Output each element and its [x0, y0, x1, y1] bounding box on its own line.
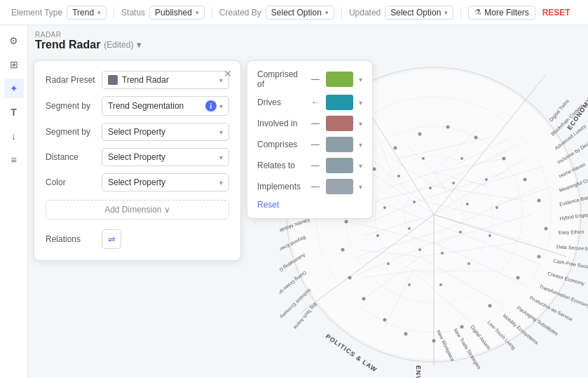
- trend-filter[interactable]: Trend ▾: [67, 6, 107, 20]
- comprised-of-chevron-icon[interactable]: ▾: [359, 76, 362, 83]
- radar-section-label: RADAR: [35, 31, 141, 39]
- involved-in-color[interactable]: [326, 116, 353, 131]
- drives-row: Drives ← ▾: [257, 95, 362, 110]
- list-icon[interactable]: ≡: [4, 150, 24, 170]
- relations-filter-icon: ⇌: [108, 234, 116, 245]
- comprises-label: Comprises: [257, 140, 305, 149]
- svg-point-84: [452, 182, 455, 184]
- relates-to-arrow: —: [310, 161, 320, 170]
- svg-point-85: [466, 203, 469, 205]
- svg-point-68: [373, 168, 376, 171]
- svg-point-72: [460, 157, 463, 160]
- comprises-row: Comprises — ▾: [257, 137, 362, 152]
- radar-title-chevron-icon[interactable]: ▾: [137, 40, 141, 50]
- segment-by-select-1[interactable]: Trend Segmentation i ▾: [102, 96, 229, 116]
- updated-value: Select Option: [390, 8, 441, 18]
- distance-chevron-icon: ▾: [219, 154, 223, 161]
- svg-point-60: [432, 339, 436, 343]
- status-value: Published: [155, 8, 192, 18]
- element-type-label: Element Type: [11, 8, 62, 18]
- created-by-filter[interactable]: Select Option ▾: [266, 6, 334, 20]
- svg-point-76: [467, 262, 470, 265]
- radar-preset-select[interactable]: Trend Radar ▾: [102, 71, 229, 89]
- comprises-chevron-icon[interactable]: ▾: [359, 141, 362, 149]
- separator2: [212, 7, 212, 18]
- implements-label: Implements: [257, 182, 305, 191]
- layers-icon[interactable]: ⊞: [4, 55, 24, 74]
- separator4: [460, 7, 461, 18]
- created-by-chevron-icon: ▾: [325, 9, 329, 16]
- relations-reset-link[interactable]: Reset: [257, 200, 362, 210]
- comprised-of-row: Comprised of — ▾: [257, 69, 362, 89]
- svg-point-51: [474, 136, 478, 140]
- svg-point-62: [383, 318, 387, 322]
- distance-row: Distance Select Property ▾: [46, 148, 229, 166]
- implements-chevron-icon[interactable]: ▾: [359, 183, 362, 191]
- radar-label-area: RADAR Trend Radar (Edited) ▾: [35, 31, 141, 51]
- svg-point-78: [408, 283, 411, 286]
- color-select[interactable]: Select Property ▾: [102, 173, 229, 191]
- trend-value: Trend: [72, 8, 94, 18]
- status-chevron-icon: ▾: [196, 9, 199, 16]
- distance-select[interactable]: Select Property ▾: [102, 148, 229, 166]
- info-icon: i: [205, 100, 217, 112]
- radar-preset-chevron-icon: ▾: [219, 76, 223, 84]
- relations-row: Relations ⇌: [46, 229, 229, 249]
- created-by-label: Created By: [219, 8, 261, 18]
- download-icon[interactable]: ↓: [4, 126, 24, 146]
- svg-point-79: [387, 262, 390, 265]
- filter-icon: ⚗: [474, 8, 481, 17]
- relates-to-color[interactable]: [326, 158, 353, 173]
- status-filter[interactable]: Published ▾: [149, 6, 205, 20]
- svg-point-87: [441, 252, 444, 255]
- color-value: Select Property: [108, 177, 165, 187]
- segment-by-label-2: Segment by: [46, 127, 96, 137]
- segment-by-select-2[interactable]: Select Property ▾: [102, 123, 229, 141]
- svg-point-53: [524, 178, 527, 182]
- implements-color[interactable]: [326, 179, 353, 194]
- cursor-icon[interactable]: ✦: [4, 79, 24, 98]
- more-filters-button[interactable]: ⚗ More Filters: [468, 6, 535, 20]
- svg-point-89: [408, 227, 411, 230]
- radar-title-text: Trend Radar: [35, 39, 100, 51]
- svg-point-52: [502, 157, 506, 161]
- add-dimension-button[interactable]: Add Dimension ∨: [46, 200, 229, 220]
- radar-edited-label: (Edited): [104, 40, 133, 50]
- relates-to-row: Relates to — ▾: [257, 158, 362, 173]
- relates-to-chevron-icon[interactable]: ▾: [359, 162, 362, 170]
- updated-chevron-icon: ▾: [444, 9, 448, 16]
- comprised-of-color[interactable]: [326, 72, 353, 87]
- svg-point-81: [383, 206, 386, 209]
- comprises-arrow: —: [310, 140, 320, 149]
- svg-point-59: [460, 325, 464, 329]
- svg-point-75: [488, 234, 491, 237]
- comprises-color[interactable]: [326, 137, 353, 152]
- svg-point-66: [345, 220, 348, 224]
- drives-color[interactable]: [326, 95, 353, 110]
- svg-point-57: [517, 276, 520, 280]
- svg-point-65: [341, 248, 345, 252]
- reset-button[interactable]: RESET: [540, 6, 573, 19]
- settings-icon[interactable]: ⚙: [4, 31, 24, 50]
- relations-filter-button[interactable]: ⇌: [102, 229, 121, 249]
- comprised-of-label: Comprised of: [257, 69, 305, 89]
- svg-point-71: [446, 126, 450, 129]
- panel-close-button[interactable]: ✕: [224, 68, 232, 79]
- implements-arrow: —: [310, 182, 320, 191]
- distance-label: Distance: [46, 152, 96, 162]
- segment-by-label-1: Segment by: [46, 101, 96, 111]
- svg-point-83: [422, 157, 425, 160]
- involved-in-label: Involved in: [257, 119, 305, 128]
- text-icon[interactable]: T: [4, 102, 24, 122]
- toolbar: Element Type Trend ▾ Status Published ▾ …: [0, 0, 588, 25]
- involved-in-chevron-icon[interactable]: ▾: [359, 120, 362, 128]
- svg-point-90: [413, 201, 416, 203]
- segment-by-row-2: Segment by Select Property ▾: [46, 123, 229, 141]
- drives-chevron-icon[interactable]: ▾: [359, 99, 362, 107]
- segment-chevron-icon-1: ▾: [219, 102, 223, 110]
- involved-in-row: Involved in — ▾: [257, 116, 362, 131]
- updated-filter[interactable]: Select Option ▾: [385, 6, 453, 20]
- implements-row: Implements — ▾: [257, 179, 362, 194]
- svg-point-82: [397, 175, 400, 177]
- relations-label: Relations: [46, 234, 96, 244]
